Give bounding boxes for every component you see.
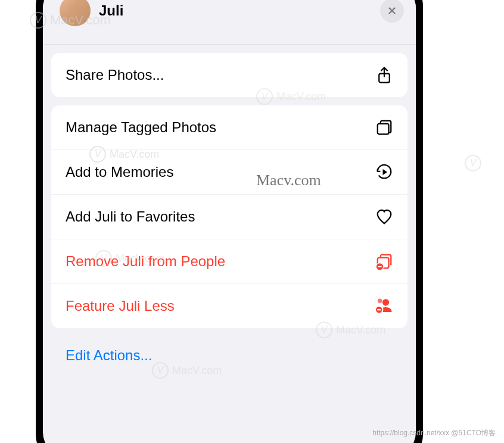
- phone-frame: Juli Share Photos...: [36, 0, 423, 443]
- feature-less-label: Feature Juli Less: [66, 298, 175, 314]
- manage-tagged-item[interactable]: Manage Tagged Photos: [51, 105, 407, 150]
- watermark-center: Macv.com: [256, 171, 321, 189]
- menu-group-actions: Manage Tagged Photos Add to Memories: [51, 105, 407, 328]
- share-photos-item[interactable]: Share Photos...: [51, 53, 407, 97]
- share-photos-label: Share Photos...: [66, 67, 164, 83]
- add-favorites-item[interactable]: Add Juli to Favorites: [51, 195, 407, 239]
- close-icon: [387, 5, 397, 16]
- remove-stack-icon: [375, 252, 393, 270]
- watermark: V: [465, 155, 481, 171]
- remove-people-label: Remove Juli from People: [66, 253, 225, 270]
- manage-tagged-label: Manage Tagged Photos: [66, 119, 216, 136]
- memories-icon: [375, 163, 393, 181]
- add-memories-label: Add to Memories: [66, 164, 173, 180]
- add-favorites-label: Add Juli to Favorites: [66, 208, 195, 225]
- stack-icon: [375, 118, 393, 136]
- edit-actions-link[interactable]: Edit Actions...: [51, 336, 407, 369]
- heart-icon: [375, 208, 393, 226]
- share-icon: [375, 66, 393, 84]
- person-name: Juli: [99, 2, 380, 19]
- svg-marker-4: [383, 169, 388, 175]
- remove-people-item[interactable]: Remove Juli from People: [51, 239, 407, 284]
- sheet-header: Juli: [43, 0, 416, 45]
- avatar: [60, 0, 91, 26]
- svg-rect-3: [378, 124, 389, 135]
- close-button[interactable]: [380, 0, 404, 23]
- phone-screen: Juli Share Photos...: [43, 0, 416, 443]
- add-memories-item[interactable]: Add to Memories: [51, 150, 407, 195]
- menu-content: Share Photos... Manage Tagged Photos: [43, 45, 416, 377]
- svg-point-8: [382, 299, 389, 305]
- svg-point-9: [378, 299, 382, 304]
- menu-group-share: Share Photos...: [51, 53, 407, 97]
- feature-less-item[interactable]: Feature Juli Less: [51, 284, 407, 328]
- footer-attribution: https://blog.csdn.net/xxx @51CTO博客: [372, 428, 496, 438]
- person-minus-icon: [375, 297, 393, 315]
